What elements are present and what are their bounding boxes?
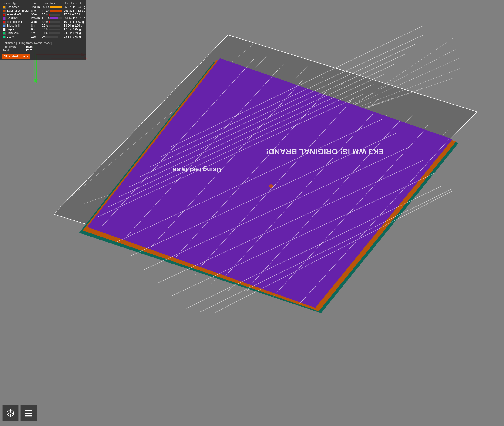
feature-color-swatch bbox=[3, 36, 6, 38]
feature-pct-cell: 0.7% bbox=[41, 24, 63, 28]
3d-viewport[interactable]: Using test false EK3 WM IS! ORIGINAL BRA… bbox=[0, 0, 504, 426]
feature-filament-cell: 651.62 in 50.56 g bbox=[63, 16, 86, 20]
watermark-line2: EK3 WM IS! ORIGINAL BRAND! bbox=[266, 147, 384, 156]
feature-name-cell: Custom bbox=[2, 35, 30, 39]
feature-pct-cell: 3.5% bbox=[41, 13, 63, 16]
feature-time-cell: 4h31m bbox=[30, 5, 41, 9]
feature-color-swatch bbox=[3, 32, 6, 35]
feature-pct-cell: 3.8% bbox=[41, 20, 63, 24]
stealth-mode-button[interactable]: Show stealth mode bbox=[2, 54, 30, 59]
feature-stats-table: Feature type Time Percentage Used filame… bbox=[2, 1, 86, 39]
feature-pct-cell: 47.6% bbox=[41, 9, 63, 13]
col-feature-type: Feature type bbox=[2, 1, 30, 5]
feature-filament-cell: 2.65 in 0.21 g bbox=[63, 31, 86, 35]
feature-color-swatch bbox=[3, 24, 6, 27]
col-time: Time bbox=[30, 1, 41, 5]
feature-name-cell: Solid infill bbox=[2, 16, 30, 20]
feature-time-cell: 39m bbox=[30, 20, 41, 24]
feature-color-swatch bbox=[3, 17, 6, 20]
feature-time-cell: 8m bbox=[30, 24, 41, 28]
stats-panel: Feature type Time Percentage Used filame… bbox=[0, 0, 86, 60]
layers-icon bbox=[23, 408, 34, 418]
feature-color-swatch bbox=[3, 21, 6, 23]
feature-name-cell: External perimeter bbox=[2, 9, 30, 13]
feature-pct-cell: 26.4% bbox=[41, 5, 63, 9]
feature-time-cell: 2h57m bbox=[30, 16, 41, 20]
feature-color-swatch bbox=[3, 28, 6, 31]
feature-name-cell: Top solid infill bbox=[2, 20, 30, 24]
feature-pct-cell: 0% bbox=[41, 35, 63, 39]
feature-name-cell: Internal infill bbox=[2, 13, 30, 16]
feature-time-cell: 36m bbox=[30, 13, 41, 16]
feature-filament-cell: 1.16 in 0.09 g bbox=[63, 28, 86, 31]
svg-marker-48 bbox=[10, 410, 14, 415]
timing-section: Estimated printing times [Normal mode]: … bbox=[2, 41, 84, 53]
feature-time-cell: 1m bbox=[30, 31, 41, 35]
feature-pct-cell: 0.6% bbox=[41, 28, 63, 31]
feature-time-cell: 8h9m bbox=[30, 9, 41, 13]
layers-view-button[interactable] bbox=[21, 405, 37, 421]
feature-time-cell: 6m bbox=[30, 28, 41, 31]
feature-filament-cell: 97.09 in 7.53 g bbox=[63, 13, 86, 16]
feature-filament-cell: 952.73 in 73.92 g bbox=[63, 5, 86, 9]
feature-filament-cell: 0.85 in 0.07 g bbox=[63, 35, 86, 39]
feature-pct-cell: 0.1% bbox=[41, 31, 63, 35]
svg-marker-47 bbox=[7, 410, 10, 415]
first-layer-label: First layer: bbox=[3, 45, 24, 48]
feature-pct-cell: 17.2% bbox=[41, 16, 63, 20]
feature-filament-cell: 13.60 in 1.06 g bbox=[63, 24, 86, 28]
center-marker bbox=[269, 184, 273, 188]
total-value: 17h7m bbox=[26, 49, 34, 52]
first-layer-value: 1h8m bbox=[26, 45, 33, 48]
feature-filament-cell: 103.48 in 8.03 g bbox=[63, 20, 86, 24]
cube-view-button[interactable] bbox=[2, 405, 19, 421]
feature-time-cell: 11s bbox=[30, 35, 41, 39]
total-label: Total: bbox=[3, 49, 24, 52]
bottom-icons bbox=[2, 405, 37, 421]
feature-name-cell: Bridge infill bbox=[2, 24, 30, 28]
feature-name-cell: Gap fill bbox=[2, 28, 30, 31]
col-filament: Used filament bbox=[63, 1, 86, 5]
estimated-label: Estimated printing times [Normal mode]: bbox=[3, 41, 83, 45]
feature-filament-cell: 951.85 in 73.85 g bbox=[63, 9, 86, 13]
feature-color-swatch bbox=[3, 6, 6, 9]
build-plate-svg: Using test false EK3 WM IS! ORIGINAL BRA… bbox=[0, 0, 504, 426]
feature-color-swatch bbox=[3, 13, 6, 16]
col-percentage: Percentage bbox=[41, 1, 63, 5]
feature-color-swatch bbox=[3, 10, 6, 12]
cube-icon bbox=[5, 408, 16, 418]
feature-name-cell: Skirt/Brim bbox=[2, 31, 30, 35]
watermark-line1: Using test false bbox=[173, 166, 221, 173]
feature-name-cell: Perimeter bbox=[2, 5, 30, 9]
